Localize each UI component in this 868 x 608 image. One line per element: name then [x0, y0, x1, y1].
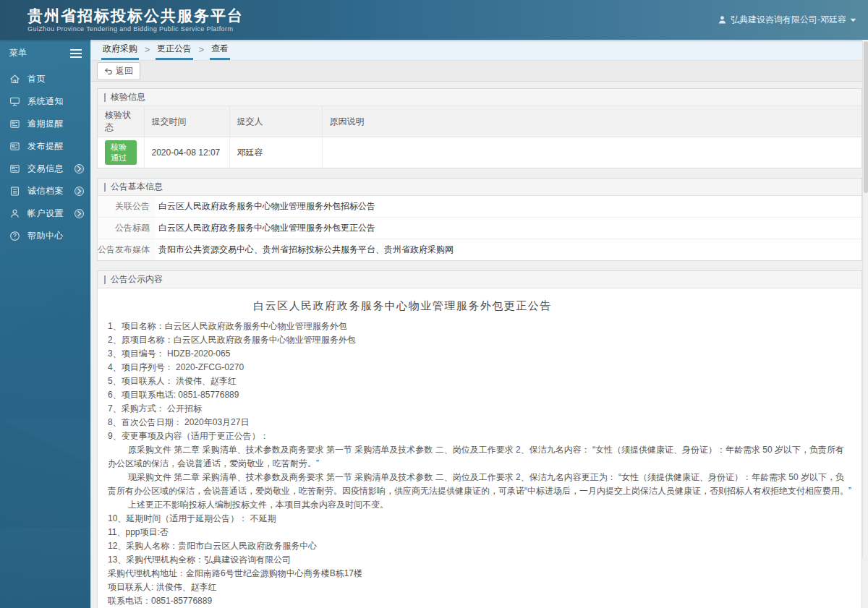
sidebar-item-label: 系统通知	[27, 95, 64, 108]
basic-info-panel-header: 公告基本信息	[98, 179, 861, 196]
cell-submit-time: 2020-04-08 12:07	[144, 137, 229, 168]
sidebar: 菜单 首页 系统通知 逾期提醒 发	[0, 40, 90, 608]
notice-title: 白云区人民政府政务服务中心物业管理服务外包更正公告	[108, 298, 697, 314]
toolbar: 返回	[91, 61, 868, 82]
notice-paragraph: 原采购文件 第二章 采购清单、技术参数及商务要求 第一节 采购清单及技术参数 二…	[108, 443, 851, 471]
main-content: 政府采购 > 更正公告 > 查看 返回 核验信息	[90, 40, 868, 608]
breadcrumb-item-correction-notice[interactable]: 更正公告	[156, 39, 193, 60]
basic-info-panel: 公告基本信息 关联公告 白云区人民政府政务服务中心物业管理服务外包招标公告 公告…	[97, 178, 862, 261]
info-label: 公告发布媒体	[98, 239, 156, 260]
platform-subtitle: GuiZhou Province Tendering and Bidding P…	[27, 25, 244, 33]
content-area: 核验信息 核验状态 提交时间 提交人 原因说明	[91, 82, 868, 608]
notice-paragraph: 10、延期时间（适用于延期公告）： 不延期	[108, 512, 851, 526]
caret-down-icon	[850, 18, 856, 22]
sidebar-item-label: 诚信档案	[27, 185, 64, 197]
user-name: 弘典建设咨询有限公司-邓廷容	[731, 14, 846, 26]
notice-paragraph: 联系电话：0851-85776889	[108, 594, 851, 608]
column-header-submitter: 提交人	[229, 106, 322, 137]
cell-status: 核验通过	[98, 137, 144, 168]
breadcrumb: 政府采购 > 更正公告 > 查看	[91, 40, 868, 61]
notice-paragraph: 11、ppp项目:否	[108, 526, 851, 539]
sidebar-item-label: 首页	[27, 73, 46, 85]
section-title: 公告公示内容	[111, 273, 163, 286]
expand-arrow-icon[interactable]	[75, 164, 84, 174]
notice-paragraph: 7、采购方式： 公开招标	[108, 402, 851, 416]
info-value: 白云区人民政府政务服务中心物业管理服务外包更正公告	[156, 218, 383, 239]
section-title: 公告基本信息	[111, 181, 163, 193]
app-window: 贵州省招标投标公共服务平台 GuiZhou Province Tendering…	[0, 0, 868, 608]
sidebar-item-label: 发布提醒	[27, 140, 64, 153]
breadcrumb-item-view[interactable]: 查看	[210, 39, 230, 60]
expand-arrow-icon[interactable]	[75, 209, 84, 218]
table-row: 核验通过 2020-04-08 12:07 邓廷容	[98, 137, 861, 168]
notice-paragraph: 2、原项目名称：白云区人民政府政务服务中心物业管理服务外包	[108, 333, 851, 347]
top-header: 贵州省招标投标公共服务平台 GuiZhou Province Tendering…	[0, 0, 868, 40]
notice-paragraph: 6、项目联系电话: 0851-85776889	[108, 388, 851, 402]
folder-icon	[9, 141, 20, 152]
info-row-notice-title: 公告标题 白云区人民政府政务服务中心物业管理服务外包更正公告	[98, 218, 861, 239]
folder-icon	[9, 119, 20, 129]
sidebar-item-label: 帐户设置	[27, 207, 64, 220]
info-row-publish-media: 公告发布媒体 贵阳市公共资源交易中心、贵州省招标投标公共服务平台、贵州省政府采购…	[98, 239, 861, 260]
section-title: 核验信息	[111, 91, 145, 103]
sidebar-item-publish-reminder[interactable]: 发布提醒	[0, 135, 90, 158]
table-header-row: 核验状态 提交时间 提交人 原因说明	[98, 106, 861, 137]
column-header-reason: 原因说明	[322, 106, 861, 137]
column-header-submit-time: 提交时间	[144, 106, 229, 137]
list-icon	[9, 186, 20, 197]
sidebar-item-trade-info[interactable]: 交易信息	[0, 158, 90, 180]
notice-paragraph: 9、变更事项及内容（适用于更正公告）：	[108, 429, 851, 443]
notice-paragraph: 5、项目联系人： 洪俊伟、赵李红	[108, 374, 851, 388]
sidebar-item-account-settings[interactable]: 帐户设置	[0, 202, 90, 225]
cell-reason	[322, 137, 861, 168]
monitor-icon	[9, 96, 20, 107]
breadcrumb-separator: >	[139, 41, 156, 60]
notice-body: 白云区人民政府政务服务中心物业管理服务外包更正公告 1、项目名称：白云区人民政府…	[98, 288, 861, 608]
platform-title: 贵州省招标投标公共服务平台	[27, 7, 244, 25]
sidebar-item-label: 逾期提醒	[27, 118, 64, 130]
verification-table: 核验状态 提交时间 提交人 原因说明 核验通过 2020-04-08 12:07	[98, 106, 861, 168]
expand-arrow-icon[interactable]	[75, 187, 84, 196]
section-marker	[104, 93, 106, 102]
question-icon	[9, 231, 20, 241]
notice-paragraph: 现采购文件 第二章 采购清单、技术参数及商务要求 第一节 采购清单及技术参数 二…	[108, 471, 851, 498]
brand: 贵州省招标投标公共服务平台 GuiZhou Province Tendering…	[27, 7, 244, 33]
sidebar-menu-header: 菜单	[0, 40, 90, 68]
notice-paragraph: 采购代理机构地址：金阳南路6号世纪金源购物中心商务楼B栋17楼	[108, 567, 851, 581]
sidebar-item-help-center[interactable]: 帮助中心	[0, 225, 90, 247]
sidebar-item-label: 交易信息	[27, 163, 64, 175]
sidebar-item-system-notice[interactable]: 系统通知	[0, 90, 90, 113]
info-value: 贵阳市公共资源交易中心、贵州省招标投标公共服务平台、贵州省政府采购网	[156, 239, 461, 260]
sidebar-item-overdue-reminder[interactable]: 逾期提醒	[0, 113, 90, 135]
notice-paragraph: 上述更正不影响投标人编制投标文件，本项目其余内容及时间不变。	[108, 498, 851, 512]
notice-paragraph: 项目联系人: 洪俊伟、赵李红	[108, 581, 851, 594]
notice-paragraph: 3、项目编号： HDZB-2020-065	[108, 347, 851, 361]
notice-paragraph: 12、采购人名称：贵阳市白云区人民政府政务服务中心	[108, 539, 851, 553]
section-marker	[104, 183, 106, 192]
status-badge: 核验通过	[105, 140, 137, 165]
back-button-label: 返回	[116, 65, 133, 77]
user-menu[interactable]: 弘典建设咨询有限公司-邓廷容	[718, 14, 856, 26]
info-value: 白云区人民政府政务服务中心物业管理服务外包招标公告	[156, 196, 383, 217]
breadcrumb-item-gov-procurement[interactable]: 政府采购	[101, 39, 139, 60]
home-icon	[9, 74, 20, 85]
sidebar-item-integrity-archive[interactable]: 诚信档案	[0, 180, 90, 202]
scrollbar[interactable]	[862, 40, 868, 557]
menu-label: 菜单	[9, 47, 27, 59]
notice-paragraph: 8、首次公告日期： 2020年03月27日	[108, 416, 851, 429]
info-label: 关联公告	[98, 196, 156, 217]
sidebar-item-home[interactable]: 首页	[0, 68, 90, 90]
info-row-related-notice: 关联公告 白云区人民政府政务服务中心物业管理服务外包招标公告	[98, 196, 861, 218]
scrollbar-thumb[interactable]	[864, 41, 868, 193]
back-button[interactable]: 返回	[97, 62, 140, 80]
verification-panel: 核验信息 核验状态 提交时间 提交人 原因说明	[97, 88, 862, 168]
user-icon	[718, 15, 727, 25]
notice-paragraph: 13、采购代理机构全称：弘典建设咨询有限公司	[108, 553, 851, 567]
hamburger-icon[interactable]	[70, 49, 82, 58]
back-arrow-icon	[104, 67, 113, 75]
info-label: 公告标题	[98, 218, 156, 239]
section-marker	[104, 275, 106, 284]
breadcrumb-separator: >	[193, 41, 210, 60]
column-header-status: 核验状态	[98, 106, 144, 137]
folder-icon	[9, 163, 20, 174]
